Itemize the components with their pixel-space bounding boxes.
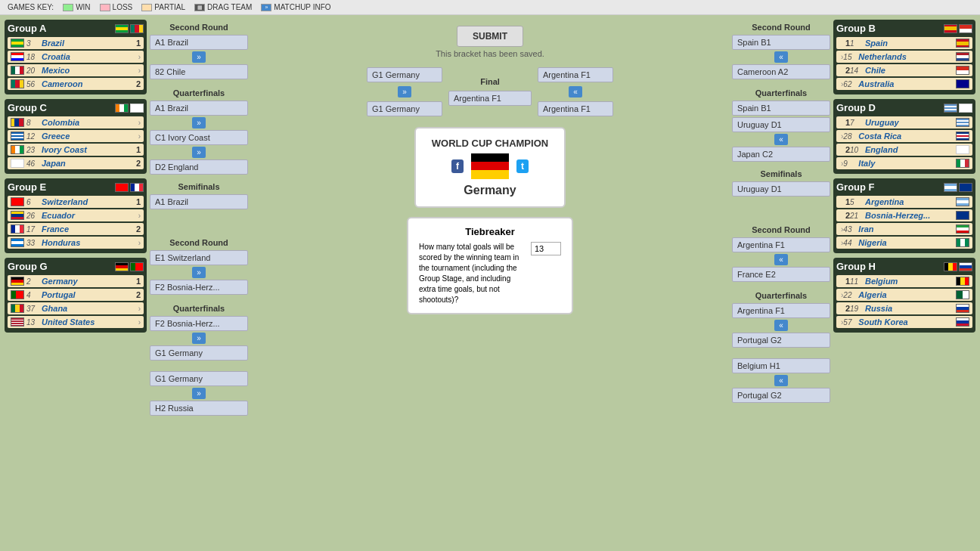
team-row[interactable]: 1 5 Argentina — [836, 196, 972, 208]
team-row[interactable]: › 28 Costa Rica — [836, 130, 972, 142]
bracket-slot-qf-uruguay[interactable]: Uruguay D1 — [732, 117, 830, 132]
bracket-slot-sf-uruguay[interactable]: Uruguay D1 — [732, 181, 830, 197]
team-row[interactable]: 1 7 Uruguay — [836, 116, 972, 128]
bracket-slot-qf-f2[interactable]: F2 Bosnia-Herz... — [150, 316, 248, 331]
team-row[interactable]: 8 Colombia › — [8, 116, 144, 128]
nav-arrow-tr-left[interactable]: « — [774, 51, 788, 63]
flag-icon — [956, 132, 969, 141]
team-row[interactable]: 2 21 Bosnia-Herzeg... — [836, 209, 972, 221]
sf-label-top-left: Semifinals — [150, 182, 248, 191]
team-row[interactable]: 23 Ivory Coast 1 — [8, 144, 144, 156]
team-row[interactable]: 4 Portugal 2 — [8, 289, 144, 301]
bracket-slot-c1-ivory[interactable]: C1 Ivory Coast — [150, 130, 248, 145]
submit-button[interactable]: SUBMIT — [457, 26, 523, 47]
tiebreaker-title: Tiebreaker — [419, 226, 561, 237]
team-row[interactable]: 37 Ghana › — [8, 302, 144, 314]
champion-box: WORLD CUP CHAMPION f t Germany — [414, 127, 566, 208]
nav-arrow-bh[interactable]: « — [774, 375, 788, 386]
bracket-slot-belgium-h1[interactable]: Belgium H1 — [732, 358, 830, 373]
flag-es — [944, 24, 957, 33]
nav-arrow-qf-right[interactable]: » — [192, 117, 206, 128]
bracket-slot-b2-chile[interactable]: 82 Chile — [150, 64, 248, 79]
bracket-slot-a1-brazil[interactable]: A1 Brazil — [150, 35, 248, 50]
sf-slot-g1-germany[interactable]: G1 Germany — [367, 67, 442, 82]
bracket-slot-h2-russia[interactable]: H2 Russia — [150, 401, 248, 416]
team-row[interactable]: › 44 Nigeria — [836, 237, 972, 249]
nav-arrow-qf2-right[interactable]: » — [192, 147, 206, 158]
bracket-slot-cameroon-a2[interactable]: Cameroon A2 — [732, 64, 830, 79]
twitter-icon[interactable]: t — [516, 159, 529, 173]
bracket-slot-sf-a1[interactable]: A1 Brazil — [150, 194, 248, 209]
group-f-title: Group F — [836, 181, 972, 193]
flag-sw — [115, 183, 129, 192]
bracket-slot-f2-bosnia[interactable]: F2 Bosnia-Herz... — [150, 280, 248, 295]
bracket-slot-portugal-g2-2[interactable]: Portugal G2 — [732, 388, 830, 403]
final-slot-argentina[interactable]: Argentina F1 — [448, 91, 532, 106]
team-row[interactable]: 17 France 2 — [8, 223, 144, 235]
nav-arrow-sf[interactable]: » — [398, 86, 411, 98]
nav-arrow-br[interactable]: « — [774, 254, 788, 265]
team-row[interactable]: 3 Brazil 1 — [8, 37, 144, 49]
team-row[interactable]: 2 10 England — [836, 144, 972, 156]
bracket-slot-g1[interactable]: G1 Germany — [150, 371, 248, 386]
tiebreaker-input[interactable] — [531, 242, 561, 255]
bracket-slot-qf-japan[interactable]: Japan C2 — [732, 147, 830, 162]
team-row[interactable]: 2 19 Russia — [836, 302, 972, 314]
team-row[interactable]: 56 Cameroon 2 — [8, 78, 144, 90]
team-row[interactable]: › 9 Italy — [836, 157, 972, 169]
bracket-slot-france-e2[interactable]: France E2 — [732, 267, 830, 282]
bracket-slot-qf-argf1[interactable]: Argentina F1 — [732, 303, 830, 318]
bracket-slot-qf-spain[interactable]: Spain B1 — [732, 101, 830, 116]
right-sf-col: Argentina F1 « Argentina F1 — [538, 66, 613, 118]
team-row[interactable]: 33 Honduras › — [8, 237, 144, 249]
nav-arrow-blqf[interactable]: » — [192, 333, 206, 344]
team-row[interactable]: › 22 Algeria — [836, 289, 972, 301]
group-f: Group F 1 5 Argentina 2 21 Bosnia-Herzeg… — [833, 178, 975, 253]
qf-label-top-left: Quarterfinals — [150, 88, 248, 98]
team-row[interactable]: › 15 Netherlands — [836, 51, 972, 63]
sf-slot-argentina[interactable]: Argentina F1 — [538, 67, 613, 82]
facebook-icon[interactable]: f — [451, 159, 464, 173]
bottom-left-g1: G1 Germany » H2 Russia — [150, 367, 248, 417]
flag-icon — [11, 145, 24, 154]
team-row[interactable]: 2 Germany 1 — [8, 275, 144, 287]
nav-arrow-trqf[interactable]: « — [774, 134, 788, 145]
nav-arrow-brqf[interactable]: « — [774, 320, 788, 331]
team-row[interactable]: 46 Japan 2 — [8, 157, 144, 169]
team-row[interactable]: 6 Switzerland 1 — [8, 196, 144, 208]
team-row[interactable]: › 43 Iran — [836, 223, 972, 235]
flag-icon — [11, 39, 24, 48]
flag-fr — [130, 183, 144, 192]
tiebreaker-box: Tiebreaker How many total goals will be … — [407, 217, 573, 314]
team-row[interactable]: 13 United States › — [8, 316, 144, 328]
team-row[interactable]: 20 Mexico › — [8, 64, 144, 76]
team-row[interactable]: 12 Greece › — [8, 130, 144, 142]
bracket-slot-e1-swiss[interactable]: E1 Switzerland — [150, 250, 248, 265]
team-row[interactable]: 1 1 Spain — [836, 37, 972, 49]
nav-arrow-bl[interactable]: » — [192, 267, 206, 278]
bracket-slot-spain-b1[interactable]: Spain B1 — [732, 35, 830, 50]
flag-icon — [956, 317, 969, 327]
sf-slot-argentina-2[interactable]: Argentina F1 — [538, 101, 613, 116]
team-row[interactable]: 2 14 Chile — [836, 64, 972, 76]
bottom-right-qf: Quarterfinals Argentina F1 « Portugal G2 — [732, 288, 830, 349]
team-row[interactable]: 18 Croatia › — [8, 51, 144, 63]
nav-arrow-right[interactable]: » — [192, 51, 206, 63]
bracket-slot-qf-a1[interactable]: A1 Brazil — [150, 101, 248, 116]
bracket-slot-d2-england[interactable]: D2 England — [150, 159, 248, 175]
champion-icons: f t — [431, 153, 549, 179]
team-row[interactable]: › 57 South Korea — [836, 316, 972, 328]
qf-label-top-right: Quarterfinals — [732, 88, 830, 98]
nav-arrow-sf-left[interactable]: « — [569, 86, 582, 98]
top-left-sf: Semifinals A1 Brazil — [150, 181, 248, 211]
bracket-slot-argentina-f1[interactable]: Argentina F1 — [732, 237, 830, 252]
flag-icon — [11, 224, 24, 234]
team-row[interactable]: 1 11 Belgium — [836, 275, 972, 287]
bracket-slot-g1-germany[interactable]: G1 Germany — [150, 345, 248, 361]
bracket-slot-portugal-g2[interactable]: Portugal G2 — [732, 333, 830, 348]
team-row[interactable]: 26 Ecuador › — [8, 209, 144, 221]
team-row[interactable]: › 62 Australia — [836, 78, 972, 90]
sf-slot-g1-2[interactable]: G1 Germany — [367, 101, 442, 116]
nav-arrow-g1[interactable]: » — [192, 388, 206, 399]
flag-jp — [130, 104, 144, 113]
